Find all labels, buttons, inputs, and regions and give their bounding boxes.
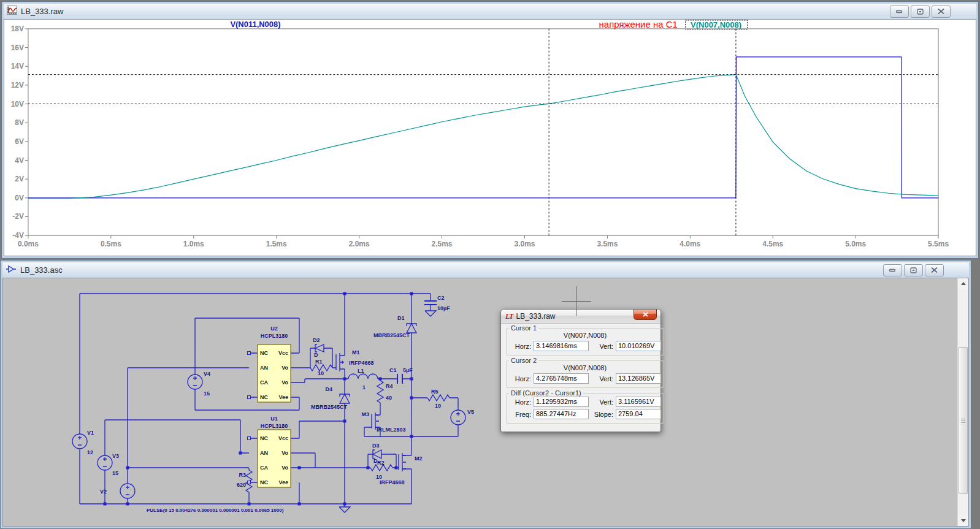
waveform-window: LB_333.raw 18V16V14V12V10V8V6V4V2V0V-2V-…	[1, 1, 979, 259]
svg-text:CA: CA	[260, 379, 268, 386]
v4-val-label: 15	[204, 390, 210, 397]
svg-text:AN: AN	[260, 450, 268, 456]
legend-trace1[interactable]: V(N011,N008)	[230, 20, 280, 29]
x-tick-label: 0.0ms	[18, 240, 39, 248]
restore-button[interactable]	[904, 264, 923, 276]
v3-ref-label: V3	[112, 453, 119, 459]
svg-text:Vcc: Vcc	[278, 350, 288, 356]
cursor1-trace-name: V(N007,N008)	[509, 332, 661, 339]
svg-text:NC: NC	[260, 435, 268, 441]
scroll-down-button[interactable]	[958, 516, 968, 526]
r2-ref-label: R2	[377, 460, 385, 466]
diff-slope-field[interactable]: 2759.04	[616, 409, 661, 419]
ground-icon	[425, 311, 436, 316]
svg-text:Vee: Vee	[278, 479, 288, 485]
close-button[interactable]	[932, 6, 951, 18]
schematic-window-title: LB_333.asc	[20, 265, 63, 275]
v2-pulse-label: PULSE(0 15 0.004276 0.000001 0.000001 0.…	[147, 508, 284, 513]
svg-text:Vo: Vo	[281, 465, 288, 471]
schematic-canvas[interactable]: U2 HCPL3180 NC AN CA NC Vcc Vo Vo Vee U1…	[3, 278, 960, 527]
schematic-window-frame: LB_333.asc	[0, 260, 971, 529]
legend-trace2[interactable]: V(N007,N008)	[691, 20, 741, 29]
scroll-up-button[interactable]	[958, 278, 968, 289]
waveform-titlebar[interactable]: LB_333.raw	[4, 4, 976, 19]
diff-vert-field[interactable]: 3.1165961V	[616, 397, 661, 407]
diff-group: Diff (Cursor2 - Cursor1) Horz: 1.1295932…	[506, 389, 664, 424]
mouse-crosshair	[562, 301, 591, 302]
mosfet-m2-icon	[399, 453, 406, 471]
svg-text:NC: NC	[260, 350, 268, 356]
d4-ref-label: D4	[325, 386, 332, 392]
c2-ref-label: C2	[437, 295, 445, 301]
waveform-plot-area[interactable]: 18V16V14V12V10V8V6V4V2V0V-2V-4V0.0ms0.5m…	[4, 19, 976, 256]
close-icon	[643, 312, 648, 317]
y-tick-label: 8V	[15, 118, 24, 127]
cursor2-group: Cursor 2 V(N007,N008) Horz: 4.2765748ms …	[506, 357, 664, 388]
diff-freq-field[interactable]: 885.27447Hz	[534, 409, 589, 419]
c1-ref-label: C1	[389, 367, 397, 373]
x-tick-label: 2.5ms	[432, 240, 453, 248]
cursor2-horz-label: Horz:	[509, 375, 531, 382]
mosfet-m1-icon	[336, 353, 345, 371]
cursor1-horz-label: Horz:	[509, 343, 531, 350]
dialog-close-button[interactable]	[634, 310, 657, 320]
diff-vert-label: Vert:	[591, 398, 613, 406]
y-tick-label: 12V	[11, 81, 24, 89]
y-tick-label: 4V	[15, 156, 24, 165]
y-tick-label: -2V	[12, 213, 24, 221]
trace-0	[28, 57, 938, 198]
svg-text:CA: CA	[260, 465, 268, 471]
diff-horz-field[interactable]: 1.1295932ms	[534, 397, 589, 407]
r4-val-label: 40	[386, 395, 392, 401]
x-tick-label: 1.0ms	[183, 240, 204, 248]
close-button[interactable]	[925, 264, 944, 276]
cursor-dialog-title: LB_333.raw	[516, 312, 555, 321]
x-tick-label: 3.5ms	[597, 240, 618, 248]
restore-button[interactable]	[911, 6, 930, 18]
voltage-source-v3-icon	[98, 455, 112, 470]
l1-val-label: 1	[362, 384, 366, 390]
v1-ref-label: V1	[87, 430, 94, 436]
minimize-button[interactable]	[890, 6, 909, 18]
voltage-source-v1-icon	[72, 434, 87, 449]
u1-ref-label: U1	[270, 416, 278, 422]
waveform-plot-canvas[interactable]: 18V16V14V12V10V8V6V4V2V0V-2V-4V0.0ms0.5m…	[4, 20, 976, 256]
y-tick-label: 2V	[15, 175, 24, 183]
x-tick-label: 2.0ms	[349, 240, 370, 248]
c1-val-label: 5µF	[403, 367, 413, 373]
close-icon	[931, 267, 938, 273]
v2-ref-label: V2	[100, 489, 107, 495]
d1-val-label: MBRB2545CT	[373, 332, 410, 338]
schematic-vscrollbar[interactable]	[957, 278, 968, 526]
diode-d3-icon	[373, 450, 381, 459]
scroll-thumb[interactable]	[959, 347, 968, 494]
diff-horz-label: Horz:	[509, 398, 531, 406]
l1-ref-label: L1	[358, 368, 364, 374]
cursor-dialog[interactable]: LT LB_333.raw Cursor 1 V(N007,N008) Horz…	[500, 309, 661, 432]
cursor1-group: Cursor 1 V(N007,N008) Horz: 3.1469816ms …	[506, 324, 664, 356]
cursor2-vert-field[interactable]: 13.126865V	[616, 373, 661, 384]
schematic-canvas-area[interactable]: U2 HCPL3180 NC AN CA NC Vcc Vo Vo Vee U1…	[2, 278, 969, 527]
plot-annotation[interactable]: напряжение на C1	[599, 20, 678, 29]
d2-ref-label: D2	[313, 337, 320, 343]
m2-ref-label: M2	[415, 455, 423, 462]
capacitor-c1-icon	[397, 374, 402, 384]
y-tick-label: 18V	[11, 25, 24, 33]
x-tick-label: 4.0ms	[679, 240, 700, 248]
cursor2-vert-label: Vert:	[591, 375, 613, 382]
v1-val-label: 12	[87, 449, 93, 455]
ltspice-logo-icon: LT	[505, 312, 513, 321]
minimize-button[interactable]	[883, 264, 902, 276]
diode-d2-icon	[315, 344, 324, 352]
r3-val-label: 620	[237, 482, 246, 488]
x-tick-label: 0.5ms	[101, 240, 121, 248]
cursor2-horz-field[interactable]: 4.2765748ms	[534, 373, 589, 384]
svg-text:NC: NC	[260, 479, 268, 485]
r1-val-label: 10	[318, 370, 324, 376]
cursor1-horz-field[interactable]: 3.1469816ms	[534, 341, 589, 351]
d4-val-label: MBRB2545CT	[311, 404, 348, 410]
cursor1-vert-field[interactable]: 10.010269V	[616, 341, 661, 351]
schematic-titlebar[interactable]: LB_333.asc	[2, 262, 969, 278]
y-tick-label: 14V	[11, 62, 24, 70]
diode-d1-icon	[407, 324, 416, 333]
